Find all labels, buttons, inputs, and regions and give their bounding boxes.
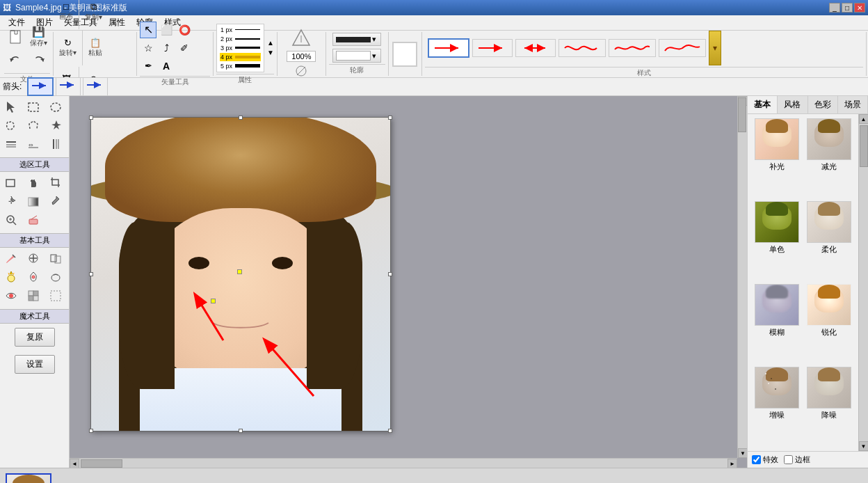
line-4px[interactable]: 4 px: [220, 53, 261, 61]
thumbnail-1[interactable]: [6, 473, 51, 484]
sponge-tool[interactable]: [46, 268, 65, 286]
line-1px[interactable]: 1 px: [220, 26, 261, 34]
new-file-button[interactable]: [4, 26, 26, 47]
canvas-vertical-scrollbar[interactable]: ▲ ▼: [737, 96, 747, 458]
ellipse-tool-button[interactable]: ⭕: [176, 22, 193, 38]
magic-wand-tool[interactable]: [46, 116, 65, 134]
line-thickness-selector[interactable]: 1 px 2 px 3 px 4 px 5 px: [216, 24, 264, 72]
rotate-button[interactable]: ↻ 旋转▾: [56, 36, 79, 59]
select-rect-tool[interactable]: [24, 97, 43, 116]
zoom-tool[interactable]: [1, 211, 21, 229]
arrow-tool-button[interactable]: ↖: [140, 22, 156, 38]
fill-color-dropdown[interactable]: ▾: [332, 49, 381, 63]
style-wave-1[interactable]: [558, 39, 606, 57]
effects-checkbox-container[interactable]: 特效: [752, 454, 778, 465]
hscroll-right-button[interactable]: ►: [728, 459, 737, 468]
col-select-tool[interactable]: [46, 135, 65, 153]
vscroll-thumb[interactable]: [738, 97, 746, 132]
select-ellipse-tool[interactable]: [46, 97, 65, 116]
paste-button[interactable]: 📋 粘贴: [86, 36, 105, 59]
right-panel-scrollbar[interactable]: ▲ ▼: [858, 114, 868, 451]
star-tool-button[interactable]: ☆: [140, 40, 156, 56]
effect-mono[interactable]: 单色: [752, 201, 802, 281]
maximize-button[interactable]: □: [842, 3, 853, 13]
style-arrow-2[interactable]: [472, 39, 513, 57]
right-vscroll-up[interactable]: ▲: [859, 114, 869, 124]
polygon-select-tool[interactable]: [24, 116, 43, 134]
effect-blur[interactable]: 模糊: [752, 284, 802, 364]
size-down-button[interactable]: ▼: [267, 49, 274, 56]
sel-handle-tr[interactable]: [388, 116, 392, 120]
canvas-scroll[interactable]: [70, 96, 737, 458]
effect-sharpen[interactable]: 锐化: [805, 284, 855, 364]
vscroll-down-button[interactable]: ▼: [738, 448, 747, 458]
hscroll-thumb[interactable]: [81, 459, 122, 468]
border-checkbox-container[interactable]: 边框: [784, 454, 810, 465]
pattern-stamp-tool[interactable]: [24, 287, 43, 305]
tab-style[interactable]: 风格: [778, 96, 807, 113]
save-button[interactable]: 💾 保存▾: [27, 24, 50, 49]
close-button[interactable]: ✕: [854, 3, 865, 13]
arrowhead-option-3[interactable]: [83, 77, 108, 96]
style-arrow-bidirectional[interactable]: [515, 39, 556, 57]
clone-tool[interactable]: [46, 249, 65, 267]
arrowhead-option-2[interactable]: [56, 77, 81, 96]
eraser-tool[interactable]: [24, 211, 43, 229]
move-tool[interactable]: ✛: [1, 192, 21, 210]
style-more-dropdown[interactable]: ▾: [709, 31, 721, 65]
minimize-button[interactable]: _: [829, 3, 840, 13]
redeye-tool[interactable]: [1, 287, 21, 305]
dodge-tool[interactable]: [1, 268, 21, 286]
sel-handle-tm[interactable]: [239, 116, 243, 120]
line-5px[interactable]: 5 px: [220, 62, 261, 70]
outline-color-dropdown[interactable]: ▾: [332, 33, 381, 46]
redo-button[interactable]: [28, 51, 50, 72]
text-tool-button[interactable]: A: [158, 58, 175, 74]
burn-tool[interactable]: [24, 268, 43, 286]
sel-handle-tl[interactable]: [89, 116, 93, 120]
effects-checkbox[interactable]: [752, 455, 761, 464]
arrowhead-option-1[interactable]: [27, 77, 54, 96]
curve-tool-button[interactable]: ⤴: [158, 40, 175, 56]
pen-tool-button[interactable]: ✐: [176, 40, 193, 56]
fill-color-preview[interactable]: [392, 42, 417, 67]
paint-brush-tool[interactable]: [1, 249, 21, 267]
right-vscroll-down[interactable]: ▼: [859, 441, 869, 451]
hand-tool[interactable]: [24, 173, 43, 191]
right-vscroll-thumb[interactable]: [860, 125, 868, 167]
copy-button[interactable]: ⧉ 复制▾: [82, 0, 105, 24]
tab-color[interactable]: 色彩: [808, 96, 838, 113]
row-select-tool[interactable]: [1, 135, 21, 153]
hscroll-left-button[interactable]: ◄: [70, 459, 79, 468]
pattern-fill-tool[interactable]: [46, 287, 65, 305]
size-up-button[interactable]: ▲: [267, 40, 274, 47]
horizontal-move-tool[interactable]: ⇔: [24, 135, 43, 153]
effect-noise-add[interactable]: 增噪: [752, 367, 802, 447]
restore-button[interactable]: 复原: [15, 328, 55, 347]
canvas-horizontal-scrollbar[interactable]: ◄ ►: [70, 458, 737, 468]
shape-tool-button[interactable]: ✒: [140, 58, 156, 74]
sel-handle-br[interactable]: [388, 429, 392, 433]
shape-draw-tool[interactable]: [1, 173, 21, 191]
sel-handle-ml[interactable]: [89, 272, 93, 276]
sel-handle-mr[interactable]: [388, 272, 392, 276]
tab-basic[interactable]: 基本: [748, 96, 778, 113]
canvas-button[interactable]: □ 画布: [56, 0, 76, 23]
effect-soften[interactable]: 柔化: [805, 201, 855, 281]
effect-denoise[interactable]: 降噪: [805, 367, 855, 447]
effect-highlight[interactable]: 补光: [752, 118, 802, 198]
border-checkbox[interactable]: [784, 455, 793, 464]
sel-handle-bm[interactable]: [239, 429, 243, 433]
undo-button[interactable]: [4, 51, 26, 72]
style-curve[interactable]: [659, 39, 706, 57]
rect-tool-button[interactable]: ⬜: [158, 22, 175, 38]
gradient-tool[interactable]: [24, 192, 43, 210]
line-3px[interactable]: 3 px: [220, 44, 261, 52]
line-2px[interactable]: 2 px: [220, 35, 261, 43]
effect-darken[interactable]: 减光: [805, 118, 855, 198]
select-arrow-tool[interactable]: [1, 97, 21, 116]
style-arrow-1[interactable]: [428, 38, 469, 58]
lasso-tool[interactable]: [1, 116, 21, 134]
sel-handle-bl[interactable]: [89, 429, 93, 433]
tab-scene[interactable]: 场景: [838, 96, 868, 113]
